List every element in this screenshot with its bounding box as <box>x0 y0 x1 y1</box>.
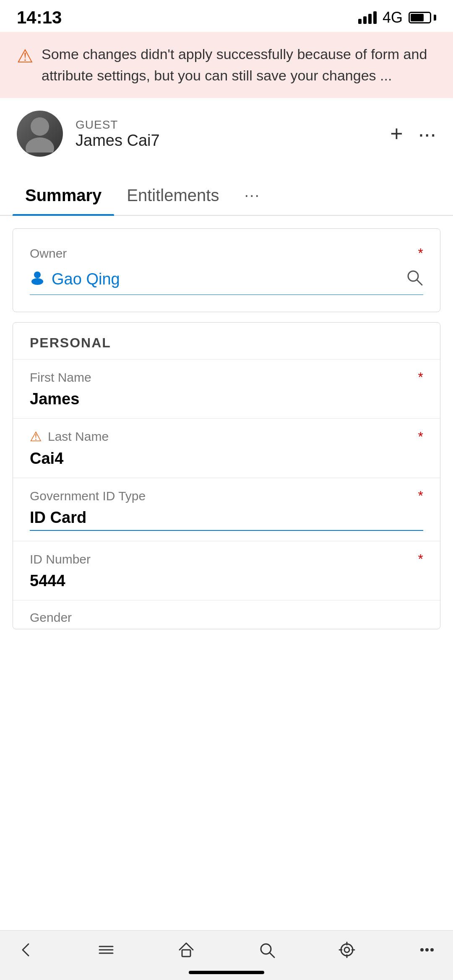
tabs-more-button[interactable]: ··· <box>236 178 268 215</box>
field-row-last-name: ⚠ Last Name * Cai4 <box>13 418 440 478</box>
warning-message: Some changes didn't apply successfully b… <box>42 44 436 86</box>
profile-section: GUEST James Cai7 + ··· <box>0 98 453 169</box>
id-number-required: * <box>418 551 423 567</box>
field-row-gov-id-type: Government ID Type * ID Card <box>13 478 440 541</box>
warning-triangle-icon: ⚠ <box>17 45 33 67</box>
nav-menu-button[interactable] <box>97 941 115 959</box>
owner-field-label: Owner * <box>30 246 423 261</box>
svg-point-0 <box>31 117 49 136</box>
last-name-warning-icon: ⚠ <box>30 429 42 445</box>
svg-point-12 <box>341 944 353 956</box>
signal-icon <box>358 11 377 24</box>
first-name-required: * <box>418 370 423 385</box>
id-number-label: ID Number * <box>30 551 423 567</box>
owner-value: Gao Qing <box>30 270 120 289</box>
home-indicator <box>189 971 264 974</box>
gov-id-type-required: * <box>418 488 423 504</box>
svg-line-5 <box>417 280 422 285</box>
user-icon <box>30 270 45 289</box>
nav-more-button[interactable] <box>418 941 436 959</box>
add-button[interactable]: + <box>390 121 403 146</box>
tab-summary[interactable]: Summary <box>13 178 114 215</box>
svg-point-3 <box>31 278 43 285</box>
owner-required-star: * <box>418 246 423 261</box>
svg-point-2 <box>34 272 41 278</box>
battery-icon <box>409 12 436 23</box>
personal-section-header: PERSONAL <box>13 323 440 359</box>
svg-rect-9 <box>182 950 190 957</box>
gov-id-type-value: ID Card <box>30 509 423 531</box>
nav-home-button[interactable] <box>177 941 195 959</box>
nav-back-button[interactable] <box>17 941 35 959</box>
tab-entitlements[interactable]: Entitlements <box>114 178 232 215</box>
svg-line-11 <box>270 953 274 957</box>
gov-id-type-label: Government ID Type * <box>30 488 423 504</box>
nav-target-button[interactable] <box>338 941 356 959</box>
content-area: Owner * Gao Qing PERSON <box>0 216 453 642</box>
status-icons: 4G <box>358 9 436 26</box>
svg-point-19 <box>425 948 429 952</box>
owner-search-icon[interactable] <box>405 268 423 290</box>
avatar-image <box>23 115 57 153</box>
last-name-label: ⚠ Last Name * <box>30 429 423 445</box>
personal-card: PERSONAL First Name * James ⚠ Last Name … <box>13 322 440 629</box>
id-number-value: 5444 <box>30 572 423 590</box>
gender-label: Gender <box>13 600 440 629</box>
profile-name: James Cai7 <box>76 132 378 150</box>
network-label: 4G <box>383 9 403 26</box>
svg-point-20 <box>430 948 434 952</box>
last-name-value: Cai4 <box>30 450 423 468</box>
status-bar: 14:13 4G <box>0 0 453 32</box>
profile-actions[interactable]: + ··· <box>390 121 436 146</box>
tabs-container: Summary Entitlements ··· <box>0 178 453 216</box>
svg-point-18 <box>420 948 424 952</box>
field-row-first-name: First Name * James <box>13 359 440 418</box>
profile-role: GUEST <box>76 118 378 132</box>
svg-point-1 <box>26 137 54 153</box>
owner-field-value-row[interactable]: Gao Qing <box>30 261 423 295</box>
owner-card: Owner * Gao Qing <box>13 228 440 312</box>
avatar <box>17 111 63 157</box>
svg-point-13 <box>344 947 349 952</box>
more-button[interactable]: ··· <box>418 121 436 146</box>
field-row-id-number: ID Number * 5444 <box>13 541 440 600</box>
warning-banner: ⚠ Some changes didn't apply successfully… <box>0 32 453 98</box>
first-name-label: First Name * <box>30 370 423 385</box>
nav-search-button[interactable] <box>258 941 276 959</box>
last-name-required: * <box>418 429 423 445</box>
status-time: 14:13 <box>17 8 62 28</box>
first-name-value: James <box>30 390 423 408</box>
profile-info: GUEST James Cai7 <box>76 118 378 150</box>
